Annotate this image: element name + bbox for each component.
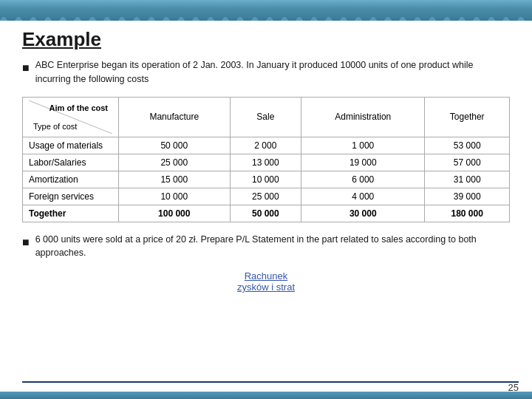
cell-4-3: 180 000 [425,205,510,222]
cell-0-0: 50 000 [119,137,231,154]
cell-1-3: 57 000 [425,154,510,171]
col-administration: Administration [301,97,425,137]
cell-4-2: 30 000 [301,205,425,222]
page-title: Example [22,28,510,51]
bullet-icon-2: ■ [22,233,30,251]
cell-1-2: 19 000 [301,154,425,171]
bullet-item-2: ■ 6 000 units were sold at a price of 20… [22,233,510,261]
top-banner [0,0,532,21]
cell-1-0: 25 000 [119,154,231,171]
row-label-1: Labor/Salaries [23,154,119,171]
bullet-text-2: 6 000 units were sold at a price of 20 z… [35,233,510,261]
cell-0-2: 1 000 [301,137,425,154]
row-label-2: Amortization [23,171,119,188]
rachunek-link[interactable]: Rachunek zysków i strat [237,270,295,293]
cell-3-2: 4 000 [301,188,425,205]
bullet-item-1: ■ ABC Enterprise began its operation of … [22,58,510,86]
cell-0-1: 2 000 [230,137,301,154]
link-area: Rachunek zysków i strat [22,270,510,293]
type-label: Type of cost [33,122,77,131]
col-manufacture: Manufacture [119,97,231,137]
bottom-banner [0,392,532,399]
cell-2-2: 6 000 [301,171,425,188]
cell-2-3: 31 000 [425,171,510,188]
cell-2-0: 15 000 [119,171,231,188]
cost-table: Aim of the cost Type of cost Manufacture… [22,97,510,222]
col-together: Together [425,97,510,137]
cell-2-1: 10 000 [230,171,301,188]
aim-label: Aim of the cost [50,103,108,112]
link-line1: Rachunek [245,270,288,282]
cell-1-1: 13 000 [230,154,301,171]
diagonal-header-cell: Aim of the cost Type of cost [23,97,119,137]
link-line2: zysków i strat [237,282,295,293]
cell-3-3: 39 000 [425,188,510,205]
cell-4-1: 50 000 [230,205,301,222]
bottom-divider [22,381,519,383]
cell-0-3: 53 000 [425,137,510,154]
bullet-icon-1: ■ [22,59,30,77]
cell-3-1: 25 000 [230,188,301,205]
bullet-text-1: ABC Enterprise began its operation of 2 … [35,58,510,86]
col-sale: Sale [230,97,301,137]
row-label-0: Usage of materials [23,137,119,154]
row-label-3: Foreign services [23,188,119,205]
cell-3-0: 10 000 [119,188,231,205]
cell-4-0: 100 000 [119,205,231,222]
row-label-4: Together [23,205,119,222]
